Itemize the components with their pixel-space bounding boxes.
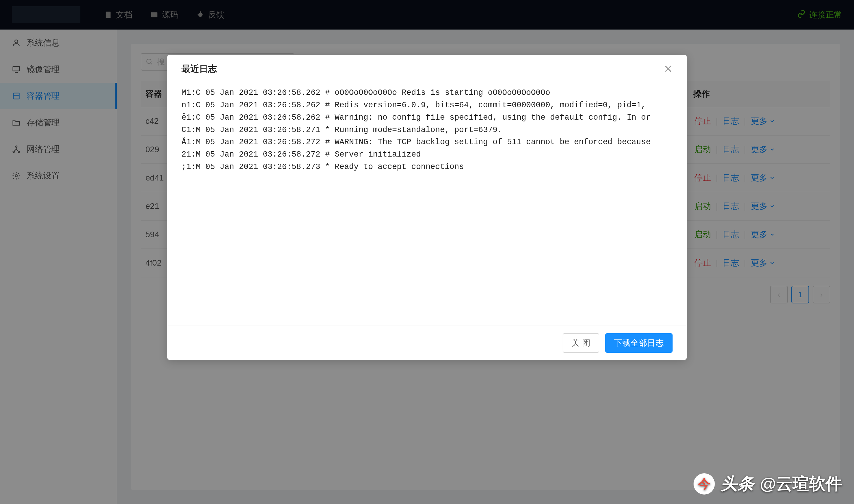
watermark-logo-icon: 今 — [694, 473, 715, 494]
watermark-author: @云瑄软件 — [760, 473, 842, 495]
watermark: 今 头条 @云瑄软件 — [694, 473, 842, 495]
log-output: M1:C 05 Jan 2021 03:26:58.262 # oO0OoO0O… — [181, 87, 673, 174]
log-modal: 最近日志 ✕ M1:C 05 Jan 2021 03:26:58.262 # o… — [167, 55, 687, 360]
modal-title: 最近日志 — [181, 63, 217, 75]
watermark-brand: 头条 — [721, 473, 754, 495]
download-logs-btn[interactable]: 下载全部日志 — [605, 333, 673, 353]
modal-close-btn[interactable]: 关 闭 — [563, 333, 599, 353]
modal-close-button[interactable]: ✕ — [664, 64, 673, 74]
close-icon: ✕ — [664, 63, 673, 75]
